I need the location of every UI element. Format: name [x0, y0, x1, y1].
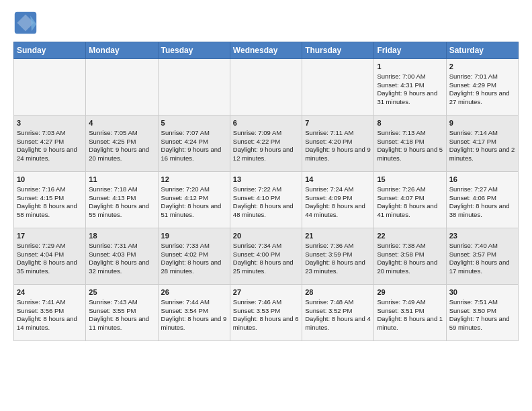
cell-info: Sunset: 3:55 PM — [89, 307, 154, 316]
calendar-cell: 28Sunrise: 7:48 AMSunset: 3:52 PMDayligh… — [302, 285, 374, 341]
day-header-saturday: Saturday — [446, 42, 518, 59]
day-number: 8 — [377, 118, 443, 128]
day-header-monday: Monday — [86, 42, 158, 59]
cell-info: Daylight: 8 hours and 55 minutes. — [89, 202, 154, 220]
cell-info: Sunset: 4:20 PM — [305, 138, 371, 146]
calendar-table: SundayMondayTuesdayWednesdayThursdayFrid… — [13, 42, 519, 341]
cell-info: Sunset: 3:58 PM — [377, 250, 443, 259]
day-number: 19 — [161, 231, 227, 241]
cell-info: Sunrise: 7:01 AM — [449, 73, 515, 81]
day-number: 13 — [233, 175, 299, 185]
cell-info: Sunset: 4:13 PM — [89, 194, 154, 203]
day-number: 20 — [233, 231, 299, 241]
calendar-cell: 12Sunrise: 7:20 AMSunset: 4:12 PMDayligh… — [158, 172, 230, 228]
calendar-cell: 30Sunrise: 7:51 AMSunset: 3:50 PMDayligh… — [446, 285, 518, 341]
calendar-cell: 15Sunrise: 7:26 AMSunset: 4:07 PMDayligh… — [374, 172, 446, 228]
cell-info: Sunrise: 7:24 AM — [305, 185, 371, 194]
calendar-cell — [14, 59, 86, 116]
cell-info: Sunset: 4:10 PM — [233, 194, 299, 203]
day-number: 15 — [377, 175, 443, 185]
cell-info: Sunrise: 7:27 AM — [449, 185, 515, 194]
calendar-cell: 2Sunrise: 7:01 AMSunset: 4:29 PMDaylight… — [446, 59, 518, 116]
cell-info: Daylight: 8 hours and 41 minutes. — [377, 202, 443, 220]
cell-info: Sunset: 4:17 PM — [449, 138, 515, 146]
day-header-wednesday: Wednesday — [230, 42, 302, 59]
calendar-cell: 19Sunrise: 7:33 AMSunset: 4:02 PMDayligh… — [158, 228, 230, 285]
cell-info: Daylight: 8 hours and 9 minutes. — [161, 315, 227, 332]
cell-info: Sunset: 4:31 PM — [377, 81, 443, 90]
cell-info: Sunrise: 7:00 AM — [377, 73, 443, 81]
day-number: 3 — [17, 118, 83, 128]
cell-info: Daylight: 9 hours and 16 minutes. — [161, 146, 227, 163]
cell-info: Daylight: 8 hours and 28 minutes. — [161, 259, 227, 276]
header — [13, 11, 519, 35]
calendar-cell: 22Sunrise: 7:38 AMSunset: 3:58 PMDayligh… — [374, 228, 446, 285]
calendar-cell: 9Sunrise: 7:14 AMSunset: 4:17 PMDaylight… — [446, 116, 518, 172]
day-number: 7 — [305, 118, 371, 128]
cell-info: Sunset: 3:53 PM — [233, 307, 299, 316]
calendar-cell — [86, 59, 158, 116]
cell-info: Sunrise: 7:14 AM — [449, 129, 515, 138]
cell-info: Daylight: 8 hours and 4 minutes. — [305, 315, 371, 332]
cell-info: Sunrise: 7:31 AM — [89, 242, 154, 250]
cell-info: Sunset: 4:04 PM — [17, 250, 83, 259]
cell-info: Sunset: 3:57 PM — [449, 250, 515, 259]
cell-info: Sunset: 4:25 PM — [89, 138, 154, 146]
day-number: 29 — [377, 287, 443, 298]
calendar-cell: 20Sunrise: 7:34 AMSunset: 4:00 PMDayligh… — [230, 228, 302, 285]
day-number: 16 — [449, 175, 515, 185]
header-row: SundayMondayTuesdayWednesdayThursdayFrid… — [14, 42, 519, 59]
calendar-cell: 4Sunrise: 7:05 AMSunset: 4:25 PMDaylight… — [86, 116, 158, 172]
day-number: 11 — [89, 175, 154, 185]
cell-info: Daylight: 8 hours and 58 minutes. — [17, 202, 83, 220]
day-header-sunday: Sunday — [14, 42, 86, 59]
cell-info: Daylight: 9 hours and 12 minutes. — [233, 146, 299, 163]
cell-info: Sunset: 3:50 PM — [449, 307, 515, 316]
calendar-cell: 16Sunrise: 7:27 AMSunset: 4:06 PMDayligh… — [446, 172, 518, 228]
cell-info: Daylight: 9 hours and 2 minutes. — [449, 146, 515, 163]
cell-info: Sunset: 4:02 PM — [161, 250, 227, 259]
cell-info: Sunset: 4:06 PM — [449, 194, 515, 203]
cell-info: Sunrise: 7:41 AM — [17, 298, 83, 307]
calendar-cell: 10Sunrise: 7:16 AMSunset: 4:15 PMDayligh… — [14, 172, 86, 228]
cell-info: Sunset: 4:22 PM — [233, 138, 299, 146]
week-row-2: 3Sunrise: 7:03 AMSunset: 4:27 PMDaylight… — [14, 116, 519, 172]
day-number: 27 — [233, 287, 299, 298]
page: SundayMondayTuesdayWednesdayThursdayFrid… — [0, 0, 532, 348]
cell-info: Sunrise: 7:43 AM — [89, 298, 154, 307]
cell-info: Sunrise: 7:18 AM — [89, 185, 154, 194]
cell-info: Sunrise: 7:07 AM — [161, 129, 227, 138]
day-number: 12 — [161, 175, 227, 185]
calendar-cell — [230, 59, 302, 116]
cell-info: Daylight: 8 hours and 20 minutes. — [377, 259, 443, 276]
day-number: 22 — [377, 231, 443, 241]
cell-info: Daylight: 8 hours and 38 minutes. — [449, 202, 515, 220]
calendar-cell: 1Sunrise: 7:00 AMSunset: 4:31 PMDaylight… — [374, 59, 446, 116]
day-number: 25 — [89, 287, 154, 298]
cell-info: Sunrise: 7:16 AM — [17, 185, 83, 194]
week-row-4: 17Sunrise: 7:29 AMSunset: 4:04 PMDayligh… — [14, 228, 519, 285]
cell-info: Sunrise: 7:46 AM — [233, 298, 299, 307]
day-header-friday: Friday — [374, 42, 446, 59]
cell-info: Daylight: 9 hours and 31 minutes. — [377, 89, 443, 107]
cell-info: Sunset: 4:12 PM — [161, 194, 227, 203]
cell-info: Sunrise: 7:26 AM — [377, 185, 443, 194]
week-row-1: 1Sunrise: 7:00 AMSunset: 4:31 PMDaylight… — [14, 59, 519, 116]
day-number: 18 — [89, 231, 154, 241]
day-number: 1 — [377, 62, 443, 72]
calendar-cell: 17Sunrise: 7:29 AMSunset: 4:04 PMDayligh… — [14, 228, 86, 285]
cell-info: Sunrise: 7:09 AM — [233, 129, 299, 138]
cell-info: Sunrise: 7:49 AM — [377, 298, 443, 307]
cell-info: Daylight: 8 hours and 11 minutes. — [89, 315, 154, 332]
cell-info: Daylight: 8 hours and 23 minutes. — [305, 259, 371, 276]
cell-info: Daylight: 9 hours and 20 minutes. — [89, 146, 154, 163]
day-number: 9 — [449, 118, 515, 128]
cell-info: Sunset: 3:51 PM — [377, 307, 443, 316]
day-number: 14 — [305, 175, 371, 185]
calendar-cell: 5Sunrise: 7:07 AMSunset: 4:24 PMDaylight… — [158, 116, 230, 172]
calendar-cell: 7Sunrise: 7:11 AMSunset: 4:20 PMDaylight… — [302, 116, 374, 172]
calendar-cell: 29Sunrise: 7:49 AMSunset: 3:51 PMDayligh… — [374, 285, 446, 341]
cell-info: Sunset: 4:07 PM — [377, 194, 443, 203]
cell-info: Sunrise: 7:22 AM — [233, 185, 299, 194]
cell-info: Sunset: 3:59 PM — [305, 250, 371, 259]
